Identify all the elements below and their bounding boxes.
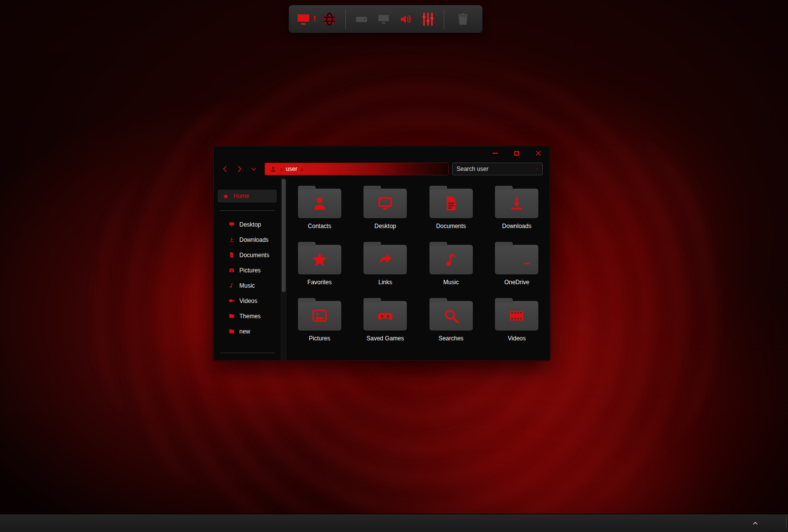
globe-icon[interactable] [321,11,338,28]
sidebar-item-label: Downloads [239,236,268,243]
alert-badge: ! [313,15,316,24]
folder-tile-saved-games[interactable]: Saved Games [356,297,415,353]
volume-icon[interactable] [397,11,414,28]
download-icon [495,189,538,218]
download-icon [229,236,235,243]
folder-tile-links[interactable]: Links [356,241,415,297]
film-icon [495,301,538,331]
sidebar-divider [220,210,275,211]
maximize-icon[interactable] [512,150,521,157]
display-icon[interactable] [295,11,312,28]
address-bar[interactable]: › user › [264,163,449,175]
file-explorer-window: › user › Home Desktop Downloads [213,146,550,361]
tile-label: Videos [508,335,525,342]
sidebar-home-label: Home [233,193,249,200]
sidebar-item-label: new [239,328,250,335]
sidebar-scrollbar[interactable] [281,178,287,360]
folder-shape [363,301,407,331]
document-icon [429,189,473,218]
folder-tile-downloads[interactable]: Downloads [487,185,546,241]
tile-label: Searches [438,335,463,342]
person-icon [298,189,341,218]
sidebar-item-label: Desktop [239,221,261,228]
forward-icon[interactable] [234,164,245,174]
folder-tile-onedrive[interactable]: OneDrive [487,241,546,297]
folder-shape [429,301,473,331]
taskbar[interactable] [0,514,788,532]
sidebar-item-themes[interactable]: Themes [214,308,281,324]
sidebar-item-label: Videos [239,298,257,304]
sidebar-divider [220,353,275,353]
folder-icon [229,328,235,334]
folder-shape [495,245,538,274]
sidebar-item-label: Themes [239,313,261,320]
star-icon [298,245,341,274]
folder-tile-pictures[interactable]: Pictures [290,297,349,353]
folder-icon [229,313,235,319]
close-icon[interactable] [534,150,543,157]
toolbar-divider [345,9,346,29]
back-icon[interactable] [220,164,230,174]
drive-icon[interactable] [353,11,370,28]
gamepad-icon [363,301,407,331]
sidebar-item-music[interactable]: Music [214,278,281,293]
folder-shape [363,189,407,218]
pc-icon[interactable] [375,11,392,28]
show-desktop-button[interactable] [786,517,788,529]
camera-icon [229,267,235,273]
image-icon [298,301,341,331]
search-input[interactable] [457,166,533,172]
tile-label: Contacts [308,223,331,230]
folder-tile-desktop[interactable]: Desktop [356,185,415,241]
magnifier-icon [429,301,473,331]
folder-shape [495,301,538,331]
sidebar-item-desktop[interactable]: Desktop [214,217,281,232]
folder-tile-documents[interactable]: Documents [422,185,481,241]
sidebar-item-downloads[interactable]: Downloads [214,232,281,247]
sidebar-item-documents[interactable]: Documents [214,247,281,263]
tile-label: Favorites [307,279,331,286]
tile-label: Downloads [502,223,531,230]
folder-tile-favorites[interactable]: Favorites [290,241,349,297]
tile-label: Pictures [309,335,330,342]
navigation-bar: › user › [214,160,550,178]
sidebar: Home Desktop Downloads Documents Picture… [214,178,281,360]
dash-icon [523,259,531,269]
folder-shape [495,189,538,218]
sidebar-item-label: Documents [239,252,269,259]
sidebar-item-videos[interactable]: Videos [214,293,281,308]
tile-label: Saved Games [366,335,404,342]
breadcrumb-separator: › [301,166,303,173]
video-camera-icon [229,298,235,304]
folder-tile-contacts[interactable]: Contacts [290,185,349,241]
folder-tile-searches[interactable]: Searches [422,297,481,353]
sidebar-item-label: Music [239,282,255,289]
breadcrumb-separator: › [280,166,282,173]
monitor-outline-icon [363,189,407,218]
home-star-icon [223,193,229,200]
breadcrumb-user[interactable]: user [286,166,297,172]
folder-tile-videos[interactable]: Videos [487,297,546,353]
sidebar-item-home[interactable]: Home [218,190,277,202]
folder-shape [298,189,341,218]
search-icon[interactable] [536,166,538,172]
dropdown-chevron-icon[interactable] [248,164,259,174]
user-icon [269,166,277,173]
share-arrow-icon [363,245,407,274]
toolbar-divider [444,9,444,29]
tile-label: Music [443,279,459,286]
sidebar-item-label: Pictures [239,267,261,274]
minimize-icon[interactable] [491,150,499,157]
folder-tile-music[interactable]: Music [422,241,481,297]
search-box [452,163,543,175]
sidebar-item-pictures[interactable]: Pictures [214,263,281,278]
tray-chevron-icon[interactable] [749,514,761,532]
window-titlebar[interactable] [214,146,550,160]
scrollbar-thumb[interactable] [282,179,286,292]
sidebar-item-new[interactable]: new [214,324,281,339]
document-icon [229,252,235,258]
equalizer-icon[interactable] [420,11,436,28]
desktop-dock-toolbar: ! [289,5,483,33]
folder-shape [298,245,341,274]
trash-icon[interactable] [455,11,471,28]
